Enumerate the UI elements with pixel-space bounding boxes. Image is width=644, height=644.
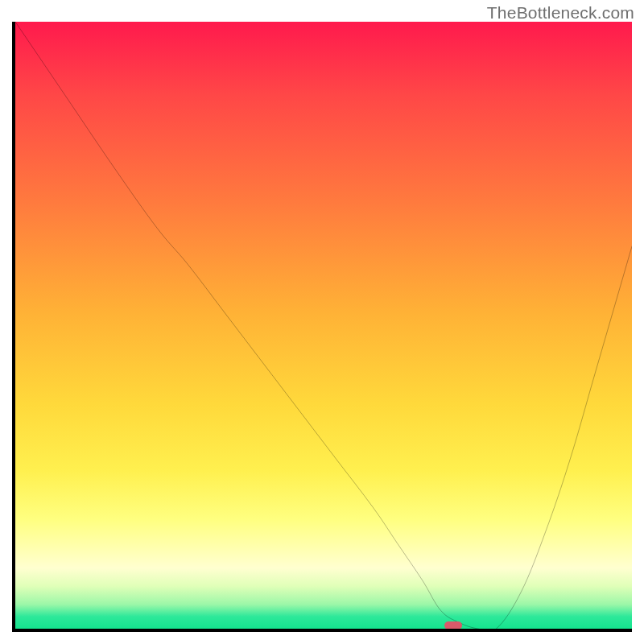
plot-area bbox=[12, 22, 632, 632]
optimal-point-marker bbox=[444, 621, 462, 630]
bottleneck-curve bbox=[15, 22, 632, 629]
chart-frame: TheBottleneck.com bbox=[0, 0, 644, 644]
watermark-text: TheBottleneck.com bbox=[487, 3, 634, 23]
